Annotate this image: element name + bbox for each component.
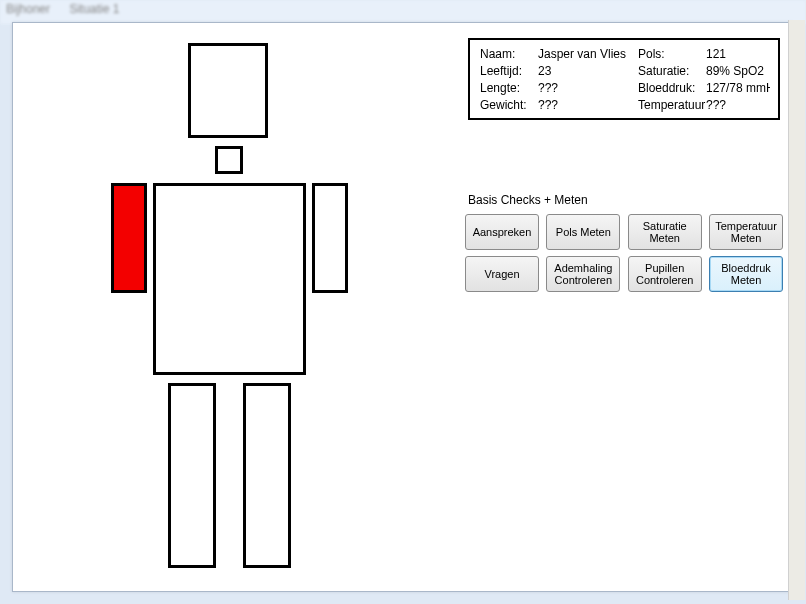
btn-ademhaling-controleren[interactable]: Ademhaling Controleren — [546, 256, 620, 292]
vertical-scrollbar[interactable] — [788, 20, 805, 600]
label-height: Lengte: — [480, 80, 538, 97]
value-age: 23 — [538, 63, 638, 80]
figure-torso[interactable] — [153, 183, 306, 375]
value-sat: 89% SpO2 — [706, 63, 770, 80]
value-height: ??? — [538, 80, 638, 97]
action-group-label: Basis Checks + Meten — [468, 193, 588, 207]
label-sat: Saturatie: — [638, 63, 706, 80]
value-bp: 127/78 mmHg — [706, 80, 770, 97]
btn-saturatie-meten[interactable]: Saturatie Meten — [628, 214, 702, 250]
menu-item-1[interactable]: Bijhoner — [6, 2, 50, 16]
figure-neck[interactable] — [215, 146, 243, 174]
label-pulse: Pols: — [638, 46, 706, 63]
btn-vragen[interactable]: Vragen — [465, 256, 539, 292]
menu-item-2[interactable]: Situatie 1 — [69, 2, 119, 16]
label-age: Leeftijd: — [480, 63, 538, 80]
main-panel: Naam: Jasper van Vlies Pols: 121 Leeftij… — [12, 22, 794, 592]
label-name: Naam: — [480, 46, 538, 63]
patient-figure — [73, 33, 373, 573]
btn-pols-meten[interactable]: Pols Meten — [546, 214, 620, 250]
figure-right-arm[interactable] — [312, 183, 348, 293]
figure-left-leg[interactable] — [168, 383, 216, 568]
btn-temperatuur-meten[interactable]: Temperatuur Meten — [709, 214, 783, 250]
value-weight: ??? — [538, 97, 638, 114]
label-weight: Gewicht: — [480, 97, 538, 114]
patient-info-panel: Naam: Jasper van Vlies Pols: 121 Leeftij… — [468, 38, 780, 120]
figure-right-leg[interactable] — [243, 383, 291, 568]
menu-bar: Bijhoner Situatie 1 — [0, 0, 806, 24]
btn-aanspreken[interactable]: Aanspreken — [465, 214, 539, 250]
label-bp: Bloeddruk: — [638, 80, 706, 97]
action-button-grid: Aanspreken Pols Meten Saturatie Meten Te… — [463, 211, 789, 295]
figure-left-arm[interactable] — [111, 183, 147, 293]
value-temp: ??? — [706, 97, 770, 114]
btn-bloeddruk-meten[interactable]: Bloeddruk Meten — [709, 256, 783, 292]
value-name: Jasper van Vlies — [538, 46, 638, 63]
label-temp: Temperatuur — [638, 97, 706, 114]
figure-head[interactable] — [188, 43, 268, 138]
btn-pupillen-controleren[interactable]: Pupillen Controleren — [628, 256, 702, 292]
value-pulse: 121 — [706, 46, 770, 63]
